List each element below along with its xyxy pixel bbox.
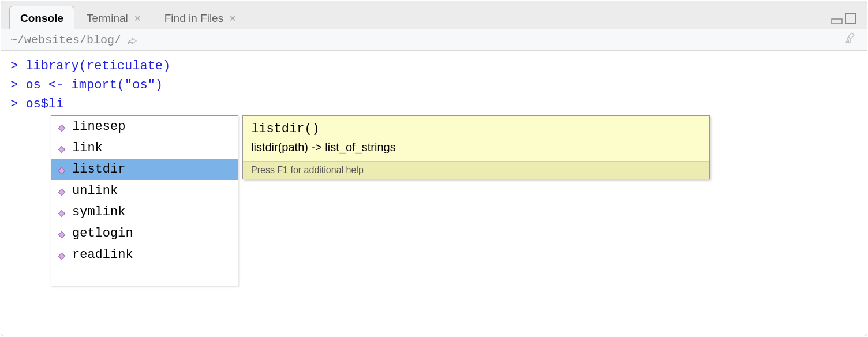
- svg-rect-5: [58, 189, 65, 195]
- value-icon: [57, 250, 66, 260]
- path-text: ~/websites/blog/: [10, 33, 121, 47]
- path-bar: ~/websites/blog/: [1, 29, 867, 51]
- console-line: > os <- import("os"): [10, 76, 858, 95]
- autocomplete-popup[interactable]: linesep link listdir unlink symlink getl…: [51, 115, 238, 286]
- close-icon[interactable]: ✕: [134, 13, 141, 24]
- autocomplete-item-link[interactable]: link: [51, 137, 238, 159]
- autocomplete-item-symlink[interactable]: symlink: [51, 201, 238, 223]
- autocomplete-label: symlink: [72, 205, 125, 219]
- autocomplete-label: linesep: [72, 119, 125, 134]
- tab-label: Console: [20, 12, 63, 25]
- tab-label: Find in Files: [164, 12, 223, 25]
- autocomplete-label: listdir: [72, 162, 125, 177]
- code: os <- import("os"): [25, 78, 163, 92]
- autocomplete-item-unlink[interactable]: unlink: [51, 180, 238, 201]
- autocomplete-label: link: [72, 141, 103, 155]
- tab-console[interactable]: Console: [9, 6, 74, 29]
- console-output[interactable]: > library(reticulate) > os <- import("os…: [1, 51, 867, 336]
- value-icon: [57, 122, 66, 132]
- help-description: listdir(path) -> list_of_strings: [243, 138, 709, 161]
- value-icon: [57, 144, 66, 153]
- autocomplete-label: readlink: [72, 248, 133, 262]
- tab-terminal[interactable]: Terminal ✕: [76, 6, 152, 29]
- autocomplete-label: getlogin: [72, 226, 133, 241]
- autocomplete-item-linesep[interactable]: linesep: [51, 116, 238, 137]
- prompt: >: [10, 78, 18, 92]
- value-icon: [57, 165, 66, 174]
- value-icon: [57, 186, 66, 196]
- svg-rect-2: [58, 125, 65, 131]
- svg-rect-3: [58, 146, 65, 152]
- autocomplete-item-readlink[interactable]: readlink: [51, 244, 238, 265]
- svg-rect-0: [832, 19, 842, 24]
- help-title: listdir(): [243, 116, 709, 138]
- value-icon: [57, 229, 66, 238]
- tab-label: Terminal: [87, 12, 128, 25]
- value-icon: [57, 208, 66, 217]
- console-line: > os$li: [10, 95, 858, 114]
- prompt: >: [10, 97, 18, 111]
- working-directory: ~/websites/blog/: [10, 33, 137, 47]
- close-icon[interactable]: ✕: [229, 13, 237, 24]
- tab-bar: Console Terminal ✕ Find in Files ✕: [1, 1, 867, 29]
- help-footer: Press F1 for additional help: [243, 161, 709, 179]
- autocomplete-item-getlogin[interactable]: getlogin: [51, 223, 238, 244]
- clear-console-icon[interactable]: [844, 31, 858, 48]
- prompt: >: [10, 59, 18, 73]
- help-tooltip: listdir() listdir(path) -> list_of_strin…: [242, 115, 710, 179]
- svg-rect-7: [58, 231, 65, 238]
- share-arrow-icon[interactable]: [127, 36, 137, 45]
- maximize-icon[interactable]: [845, 13, 856, 26]
- svg-rect-6: [58, 210, 65, 216]
- autocomplete-label: unlink: [72, 184, 118, 198]
- console-panel: Console Terminal ✕ Find in Files ✕ ~/web…: [1, 1, 867, 336]
- tab-find-in-files[interactable]: Find in Files ✕: [154, 6, 248, 29]
- window-controls: [831, 13, 856, 26]
- svg-rect-4: [58, 167, 65, 174]
- svg-rect-1: [845, 13, 855, 23]
- autocomplete-item-listdir[interactable]: listdir: [51, 159, 238, 180]
- console-line: > library(reticulate): [10, 57, 858, 76]
- svg-rect-8: [58, 253, 65, 259]
- code: os$li: [25, 97, 63, 111]
- code: library(reticulate): [25, 59, 170, 73]
- minimize-icon[interactable]: [831, 14, 844, 26]
